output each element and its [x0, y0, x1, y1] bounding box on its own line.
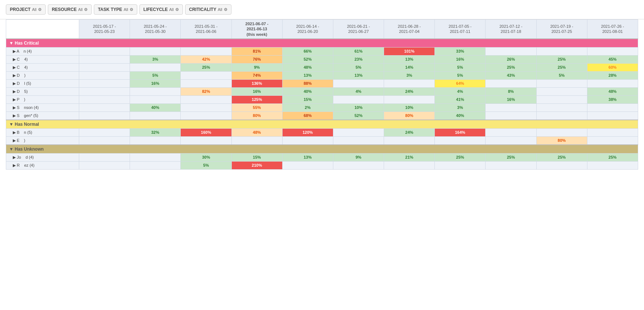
cell: 52%: [333, 111, 384, 120]
cell: 25%: [536, 55, 587, 63]
cell: [130, 63, 181, 71]
cell: 68%: [282, 111, 333, 120]
cell: 10%: [333, 103, 384, 111]
cell: 25%: [435, 153, 486, 161]
cell: 13%: [384, 55, 435, 63]
table-row: ▶ D ) 5% 74% 13% 13% 3% 5% 43% 5% 28%: [6, 71, 638, 79]
cell: 16%: [130, 79, 181, 87]
filter-project-badge: All: [32, 7, 37, 12]
row-label-c0[interactable]: ▶ A n (4): [6, 47, 79, 55]
cell: [282, 161, 333, 169]
resource-table: 2021-05-17 -2021-05-23 2021-05-24 -2021-…: [6, 19, 638, 170]
col-header-w9: 2021-07-12 -2021-07-18: [486, 20, 536, 39]
table-row: ▶ B n (5) 32% 160% 48% 120% 24% 164%: [6, 128, 638, 136]
row-label-u0[interactable]: ▶ Jo d (4): [6, 153, 79, 161]
col-header-w10: 2021-07-19 -2021-07-25: [536, 20, 587, 39]
row-label-c6[interactable]: ▶ P ): [6, 95, 79, 103]
cell: 120%: [282, 128, 333, 136]
filter-criticality-badge: All: [218, 7, 222, 12]
row-label-n1[interactable]: ▶ E ): [6, 136, 79, 145]
main-table-container: 2021-05-17 -2021-05-23 2021-05-24 -2021-…: [0, 19, 644, 175]
row-label-c5[interactable]: ▶ D 5): [6, 87, 79, 95]
cell: 80%: [384, 111, 435, 120]
cell: 25%: [536, 153, 587, 161]
cell: 14%: [384, 63, 435, 71]
cell: [384, 136, 435, 145]
row-label-c2[interactable]: ▶ C 4): [6, 63, 79, 71]
row-label-c4[interactable]: ▶ D l (5): [6, 79, 79, 87]
table-row: ▶ Jo d (4) 30% 15% 13% 9% 21% 25% 25% 25…: [6, 153, 638, 161]
cell: 38%: [587, 95, 638, 103]
cell: 48%: [231, 128, 282, 136]
cell: 25%: [536, 63, 587, 71]
cell: [79, 95, 130, 103]
cell: [536, 79, 587, 87]
cell: [536, 87, 587, 95]
cell: 40%: [282, 87, 333, 95]
cell: [181, 79, 231, 87]
table-row: ▶ D 5) 82% 16% 40% 4% 24% 4% 8% 48%: [6, 87, 638, 95]
cell: 48%: [587, 87, 638, 95]
cell: [587, 47, 638, 55]
cell: [384, 95, 435, 103]
cell: 25%: [181, 63, 231, 71]
cell: 21%: [384, 153, 435, 161]
group-critical-label: ▼ Has Critical: [6, 39, 638, 48]
row-label-u1[interactable]: ▶ R ez (4): [6, 161, 79, 169]
cell: 15%: [231, 153, 282, 161]
cell: [587, 111, 638, 120]
column-headers: 2021-05-17 -2021-05-23 2021-05-24 -2021-…: [6, 20, 638, 39]
cell: 82%: [181, 87, 231, 95]
filter-project[interactable]: PROJECT All ⚙: [6, 4, 46, 15]
cell: 5%: [130, 71, 181, 79]
col-header-w3: 2021-05-31 -2021-06-06: [181, 20, 231, 39]
cell: 45%: [587, 55, 638, 63]
table-row: ▶ S nson (4) 40% 55% 2% 10% 10% 3%: [6, 103, 638, 111]
cell: 101%: [384, 47, 435, 55]
cell: [486, 47, 536, 55]
row-label-c8[interactable]: ▶ S gen* (5): [6, 111, 79, 120]
gear-icon: ⚙: [38, 7, 42, 12]
cell: [130, 95, 181, 103]
table-row: ▶ P ) 125% 15% 41% 16% 38%: [6, 95, 638, 103]
cell: 5%: [333, 63, 384, 71]
cell: 33%: [435, 47, 486, 55]
col-header-label: [6, 20, 79, 39]
cell: 64%: [435, 79, 486, 87]
filter-tasktype[interactable]: TASK TYPE All ⚙: [94, 4, 137, 15]
group-unknown: ▼ Has Unknown: [6, 145, 638, 154]
filter-criticality[interactable]: CRITICALITY All ⚙: [185, 4, 231, 15]
group-normal-label: ▼ Has Normal: [6, 120, 638, 129]
cell: [486, 136, 536, 145]
cell: [384, 161, 435, 169]
cell: [333, 95, 384, 103]
cell: [486, 128, 536, 136]
cell: 16%: [486, 95, 536, 103]
cell: 40%: [435, 111, 486, 120]
cell: [79, 103, 130, 111]
cell: [130, 136, 181, 145]
row-label-c7[interactable]: ▶ S nson (4): [6, 103, 79, 111]
cell: 9%: [333, 153, 384, 161]
cell: [486, 111, 536, 120]
row-label-n0[interactable]: ▶ B n (5): [6, 128, 79, 136]
cell: [130, 161, 181, 169]
row-label-c1[interactable]: ▶ C 4): [6, 55, 79, 63]
cell: 15%: [282, 95, 333, 103]
filter-tasktype-label: TASK TYPE: [98, 7, 122, 12]
filter-lifecycle-label: LIFECYCLE: [143, 7, 168, 12]
cell: [79, 161, 130, 169]
filter-lifecycle[interactable]: LIFECYCLE All ⚙: [139, 4, 183, 15]
toolbar: PROJECT All ⚙ RESOURCE All ⚙ TASK TYPE A…: [0, 0, 644, 19]
gear-icon-2: ⚙: [84, 7, 88, 12]
cell: 5%: [181, 161, 231, 169]
cell: [486, 161, 536, 169]
cell: 9%: [231, 63, 282, 71]
cell: 4%: [333, 87, 384, 95]
cell: [333, 161, 384, 169]
row-label-c3[interactable]: ▶ D ): [6, 71, 79, 79]
cell: [486, 79, 536, 87]
cell: [181, 111, 231, 120]
filter-resource[interactable]: RESOURCE All ⚙: [48, 4, 92, 15]
cell: [435, 161, 486, 169]
